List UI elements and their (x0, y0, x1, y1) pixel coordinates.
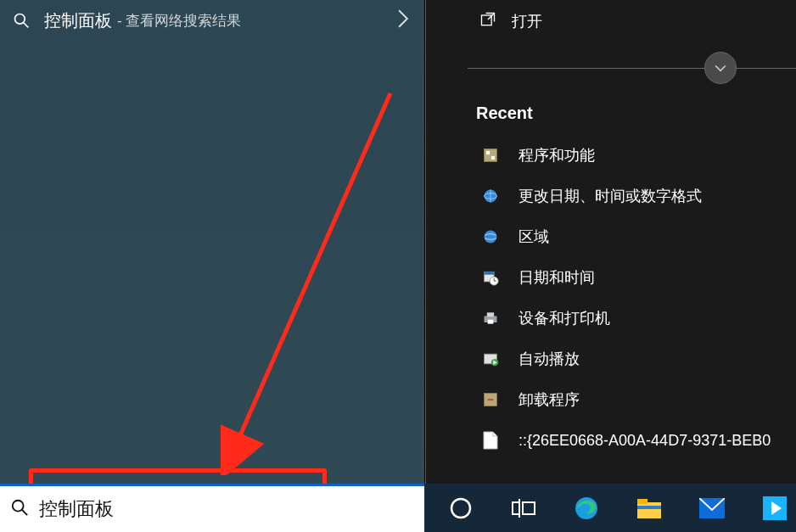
recent-item-label: 自动播放 (519, 349, 580, 369)
taskbar-search-box[interactable] (0, 484, 424, 532)
open-action[interactable]: 打开 (425, 0, 796, 42)
region-icon (481, 227, 500, 246)
chevron-down-icon (712, 59, 729, 76)
file-explorer-icon[interactable] (636, 496, 662, 521)
svg-rect-23 (488, 399, 494, 400)
svg-rect-35 (637, 499, 647, 504)
context-panel: 打开 Recent 程序和功能 更改日期、时间或数字格式 (424, 0, 796, 484)
svg-point-10 (485, 231, 497, 244)
recent-item-label: 区域 (519, 227, 549, 247)
devices-printers-icon (481, 309, 500, 328)
recent-item-label: ::{26EE0668-A00A-44D7-9371-BEB0 (519, 432, 771, 450)
recent-item-label: 更改日期、时间或数字格式 (519, 186, 702, 206)
search-result-subtitle: - 查看网络搜索结果 (117, 11, 241, 31)
search-results-panel: 控制面板 - 查看网络搜索结果 (0, 0, 424, 484)
recent-item-uninstall[interactable]: 卸载程序 (425, 379, 796, 420)
autoplay-icon (481, 350, 500, 368)
svg-rect-36 (637, 506, 661, 509)
mail-icon[interactable] (699, 496, 725, 521)
recent-item-guid[interactable]: ::{26EE0668-A00A-44D7-9371-BEB0 (425, 420, 796, 461)
date-time-icon (481, 268, 500, 287)
app-icon[interactable] (762, 496, 788, 521)
svg-rect-4 (485, 149, 497, 162)
svg-marker-24 (484, 432, 497, 449)
task-view-icon[interactable] (511, 496, 536, 521)
collapse-button[interactable] (704, 52, 737, 84)
svg-point-27 (13, 501, 24, 512)
search-icon (12, 11, 31, 30)
svg-rect-30 (513, 502, 519, 514)
taskbar-search-input[interactable] (39, 498, 424, 520)
cortana-icon[interactable] (448, 496, 474, 521)
search-result-web[interactable]: 控制面板 - 查看网络搜索结果 (0, 0, 424, 41)
recent-heading: Recent (476, 104, 796, 123)
taskbar-icons-area (424, 484, 796, 532)
programs-features-icon (481, 146, 500, 165)
recent-item-region[interactable]: 区域 (425, 216, 796, 257)
recent-item-label: 卸载程序 (519, 389, 580, 410)
svg-line-28 (22, 510, 27, 515)
recent-item-label: 日期和时间 (519, 267, 595, 288)
recent-item-label: 设备和打印机 (519, 308, 610, 328)
recent-item-label: 程序和功能 (519, 145, 595, 165)
svg-rect-17 (487, 312, 494, 316)
svg-line-1 (24, 23, 29, 28)
recent-item-devices-printers[interactable]: 设备和打印机 (425, 298, 796, 339)
search-icon (10, 498, 29, 520)
edge-icon[interactable] (574, 496, 599, 521)
file-icon (481, 431, 500, 450)
svg-point-29 (451, 499, 470, 518)
recent-item-autoplay[interactable]: 自动播放 (425, 339, 796, 379)
region-settings-icon (481, 187, 500, 205)
separator-line (468, 68, 796, 69)
recent-item-change-date-format[interactable]: 更改日期、时间或数字格式 (425, 176, 796, 216)
uninstall-icon (481, 390, 500, 409)
svg-rect-12 (485, 272, 495, 274)
separator (425, 42, 796, 76)
open-label: 打开 (512, 11, 542, 31)
svg-rect-31 (523, 502, 535, 514)
search-result-title: 控制面板 (44, 9, 112, 32)
recent-item-programs[interactable]: 程序和功能 (425, 135, 796, 176)
svg-rect-5 (486, 151, 490, 154)
open-icon (479, 11, 496, 32)
svg-rect-6 (491, 156, 495, 160)
recent-list: 程序和功能 更改日期、时间或数字格式 区域 日期和时间 (425, 135, 796, 461)
svg-rect-34 (637, 502, 661, 518)
recent-item-date-time[interactable]: 日期和时间 (425, 257, 796, 298)
chevron-right-icon (397, 9, 409, 31)
svg-rect-18 (488, 320, 494, 324)
svg-point-0 (15, 14, 25, 25)
taskbar (0, 484, 796, 532)
